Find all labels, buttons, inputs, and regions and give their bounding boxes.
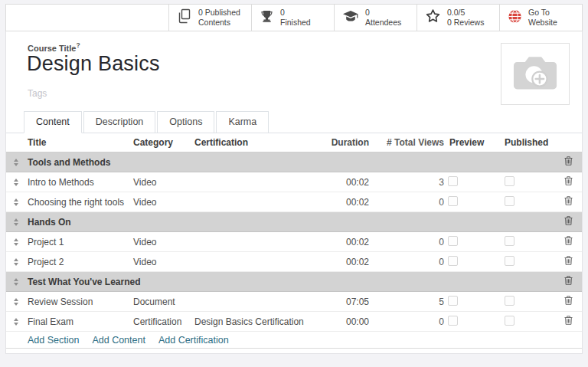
header-preview[interactable]: Preview	[444, 137, 467, 148]
section-title: Tools and Methods	[26, 157, 551, 168]
content-title-cell[interactable]: Project 1	[26, 237, 133, 247]
content-title-cell[interactable]: Intro to Methods	[26, 177, 133, 188]
content-table: Title Category Certification Duration # …	[6, 133, 582, 349]
add-section-link[interactable]: Add Section	[28, 335, 79, 346]
drag-handle-icon[interactable]	[6, 318, 26, 326]
stat-label: 0 PublishedContents	[198, 8, 240, 28]
section-row[interactable]: Hands On	[6, 212, 582, 232]
drag-handle-icon[interactable]	[6, 218, 26, 226]
total-views-cell: 0	[369, 316, 444, 327]
header-category[interactable]: Category	[133, 137, 194, 148]
header-published[interactable]: Published	[467, 137, 551, 148]
duration-cell[interactable]: 00:02	[323, 177, 369, 188]
preview-checkbox[interactable]	[448, 176, 458, 186]
duration-cell[interactable]: 00:02	[323, 257, 369, 267]
published-checkbox[interactable]	[505, 296, 514, 306]
drag-handle-icon[interactable]	[6, 298, 26, 306]
tab-karma[interactable]: Karma	[216, 111, 269, 133]
preview-checkbox[interactable]	[448, 316, 458, 326]
certification-cell[interactable]: Design Basics Certification	[194, 316, 323, 327]
section-title: Test What You've Learned	[26, 277, 551, 287]
content-row[interactable]: Project 2 Video 00:02 0	[6, 252, 582, 272]
content-title-cell[interactable]: Final Exam	[26, 316, 133, 327]
content-title-cell[interactable]: Choosing the right tools	[26, 197, 133, 208]
published-checkbox[interactable]	[505, 316, 514, 326]
attendees-button[interactable]: 0Attendees	[334, 5, 416, 31]
copy-pages-icon	[177, 8, 192, 27]
drag-handle-icon[interactable]	[6, 179, 26, 186]
category-cell[interactable]: Certification	[133, 316, 194, 327]
category-cell[interactable]: Video	[133, 257, 194, 267]
table-header-row: Title Category Certification Duration # …	[6, 133, 582, 152]
go-to-website-button[interactable]: Go ToWebsite	[499, 5, 582, 31]
delete-row-button[interactable]	[564, 236, 573, 245]
category-cell[interactable]: Video	[133, 197, 194, 208]
course-image-upload[interactable]	[501, 43, 570, 105]
preview-checkbox[interactable]	[448, 236, 458, 246]
drag-handle-icon[interactable]	[6, 198, 26, 206]
published-contents-button[interactable]: 0 PublishedContents	[168, 5, 251, 31]
header-title[interactable]: Title	[26, 137, 133, 148]
preview-checkbox[interactable]	[448, 296, 458, 306]
content-row[interactable]: Project 1 Video 00:02 0	[6, 232, 582, 252]
table-footer: Add Section Add Content Add Certificatio…	[6, 332, 582, 349]
published-checkbox[interactable]	[505, 236, 514, 246]
category-cell[interactable]: Video	[133, 177, 194, 188]
header-duration[interactable]: Duration	[323, 137, 369, 148]
delete-row-button[interactable]	[564, 296, 573, 305]
help-marker: ?	[76, 41, 80, 49]
tab-content[interactable]: Content	[24, 111, 82, 133]
category-cell[interactable]: Document	[133, 297, 194, 307]
delete-row-button[interactable]	[564, 196, 573, 205]
stat-label: Go ToWebsite	[528, 8, 557, 28]
stat-label: 0Attendees	[365, 8, 401, 28]
tab-description[interactable]: Description	[83, 111, 156, 133]
category-cell[interactable]: Video	[133, 237, 194, 247]
stat-label: 0Finished	[280, 8, 311, 28]
tags-input[interactable]: Tags	[28, 88, 47, 99]
content-row[interactable]: Choosing the right tools Video 00:02 0	[6, 192, 582, 212]
content-row[interactable]: Final Exam Certification Design Basics C…	[6, 312, 582, 332]
total-views-cell: 5	[369, 297, 444, 307]
header-total-views[interactable]: # Total Views	[369, 137, 444, 148]
trophy-icon	[260, 9, 274, 27]
course-title-label: Course Title?	[28, 41, 80, 53]
content-row[interactable]: Intro to Methods Video 00:02 3	[6, 172, 582, 192]
delete-row-button[interactable]	[564, 216, 573, 225]
published-checkbox[interactable]	[505, 196, 514, 206]
graduation-cap-icon	[342, 10, 359, 26]
content-row[interactable]: Review Session Document 07:05 5	[6, 292, 582, 312]
duration-cell[interactable]: 00:02	[323, 237, 369, 247]
content-title-cell[interactable]: Review Session	[26, 297, 133, 307]
course-title-input[interactable]: Design Basics	[27, 52, 160, 76]
preview-checkbox[interactable]	[448, 256, 458, 266]
add-content-link[interactable]: Add Content	[92, 335, 145, 346]
drag-handle-icon[interactable]	[6, 258, 26, 266]
reviews-button[interactable]: 0.0/50 Reviews	[416, 5, 499, 31]
duration-cell[interactable]: 00:02	[323, 197, 369, 208]
stat-button-bar: 0 PublishedContents 0Finished	[5, 4, 583, 31]
drag-handle-icon[interactable]	[6, 238, 26, 246]
stat-label: 0.0/50 Reviews	[447, 8, 484, 28]
delete-row-button[interactable]	[564, 316, 573, 325]
duration-cell[interactable]: 07:05	[323, 297, 369, 307]
delete-row-button[interactable]	[564, 276, 573, 285]
section-title: Hands On	[26, 217, 551, 228]
delete-row-button[interactable]	[564, 256, 573, 265]
published-checkbox[interactable]	[505, 176, 514, 186]
published-checkbox[interactable]	[505, 256, 514, 266]
header-certification[interactable]: Certification	[194, 137, 323, 148]
drag-handle-icon[interactable]	[6, 278, 26, 286]
add-certification-link[interactable]: Add Certification	[158, 335, 229, 346]
section-row[interactable]: Test What You've Learned	[6, 272, 582, 292]
section-row[interactable]: Tools and Methods	[6, 152, 582, 172]
globe-icon	[508, 9, 522, 27]
delete-row-button[interactable]	[564, 176, 573, 185]
finished-button[interactable]: 0Finished	[251, 5, 334, 31]
duration-cell[interactable]: 00:00	[323, 316, 369, 327]
drag-handle-icon[interactable]	[6, 159, 26, 166]
delete-row-button[interactable]	[564, 156, 573, 165]
tab-options[interactable]: Options	[157, 111, 214, 133]
preview-checkbox[interactable]	[448, 196, 458, 206]
content-title-cell[interactable]: Project 2	[26, 257, 133, 267]
